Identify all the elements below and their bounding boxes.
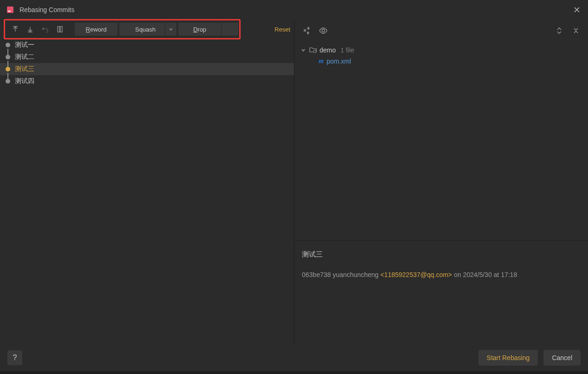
diff-icon[interactable] [300,24,313,37]
commit-hash: 063be738 [302,271,331,278]
squash-rest: quash [139,26,156,33]
commit-email: <1185922537@qq.com> [380,271,452,278]
expand-icon[interactable] [553,24,566,37]
left-panel: Reword Squash [0,19,294,344]
commit-label: 测试四 [15,77,34,85]
commit-label: 测试一 [15,41,34,49]
toolbar-row: Reword Squash [0,19,294,39]
tree-folder-row[interactable]: demo 1 file [299,45,583,56]
toolbar-wrapper: Reword Squash [0,17,244,42]
undo-button[interactable] [39,23,52,36]
commit-details: 测试三 063be738 yuanchuncheng <1185922537@q… [294,240,588,344]
dialog-title: Rebasing Commits [20,6,567,13]
detail-meta: 063be738 yuanchuncheng <1185922537@qq.co… [302,271,581,278]
svg-rect-2 [58,26,59,32]
gutter [0,371,588,374]
commit-label: 测试二 [15,53,34,61]
graph-line [7,49,8,55]
drop-extra[interactable] [222,23,238,36]
folder-icon [309,46,317,54]
commit-author: yuanchuncheng [333,271,379,278]
drop-split-button: Drop [178,23,238,36]
reset-link[interactable]: Reset [274,26,294,33]
squash-button[interactable]: Squash [119,23,165,36]
commit-date: 2024/5/30 at 17:18 [463,271,517,278]
drop-mnemonic: D [193,26,197,33]
help-button[interactable]: ? [7,350,22,365]
graph-line [7,73,8,79]
app-icon [7,6,14,13]
highlight-box: Reword Squash [4,19,241,39]
commit-list: 测试一 测试二 测试三 [0,39,294,344]
squash-split-button: Squash [119,23,176,36]
graph-col [6,55,10,59]
drop-rest: rop [197,26,206,33]
collapse-icon[interactable] [569,24,582,37]
commit-row[interactable]: 测试三 [0,63,294,75]
commit-label: 测试三 [15,65,34,73]
squash-mnemonic: S [135,26,139,33]
start-rebasing-button[interactable]: Start Rebasing [478,350,538,366]
toolbar: Reword Squash [6,22,238,37]
footer: ? Start Rebasing Cancel [0,344,588,371]
squash-dropdown[interactable] [165,23,176,36]
drop-button[interactable]: Drop [178,23,221,36]
reword-rest: eword [90,26,106,33]
right-panel: demo 1 file m pom.xml 测试三 063be738 yuanc… [294,19,588,344]
file-name: pom.xml [327,58,351,65]
rebasing-dialog: Rebasing Commits [0,0,588,374]
preview-icon[interactable] [317,24,330,37]
graph-line [7,61,8,67]
commit-dot-icon [6,55,10,59]
main-content: Reword Squash [0,19,588,344]
commit-dot-icon [6,67,10,71]
right-toolbar [294,19,588,42]
svg-rect-1 [8,11,11,12]
move-down-button[interactable] [24,23,37,36]
commit-row[interactable]: 测试一 [0,39,294,51]
graph-col [6,43,10,47]
detail-title: 测试三 [302,250,581,259]
cancel-button[interactable]: Cancel [543,350,581,366]
svg-rect-0 [7,6,13,13]
reword-mnemonic: R [86,26,90,33]
close-button[interactable] [572,5,581,14]
svg-point-5 [314,50,316,53]
on-text: on [454,271,463,278]
move-up-button[interactable] [9,23,22,36]
chevron-down-icon [301,47,307,54]
file-tree: demo 1 file m pom.xml [294,42,588,240]
graph-col [6,79,10,84]
commit-dot-icon [6,43,10,47]
svg-point-4 [322,29,325,32]
maven-icon: m [319,58,324,65]
svg-rect-3 [60,26,62,32]
file-count: 1 file [340,46,354,54]
reword-button[interactable]: Reword [75,23,118,36]
commit-row[interactable]: 测试四 [0,75,294,87]
tree-file-row[interactable]: m pom.xml [299,56,583,67]
pause-icon[interactable] [53,23,66,36]
folder-name: demo [320,46,336,54]
graph-col [6,67,10,71]
commit-dot-icon [6,79,10,84]
commit-row[interactable]: 测试二 [0,51,294,63]
